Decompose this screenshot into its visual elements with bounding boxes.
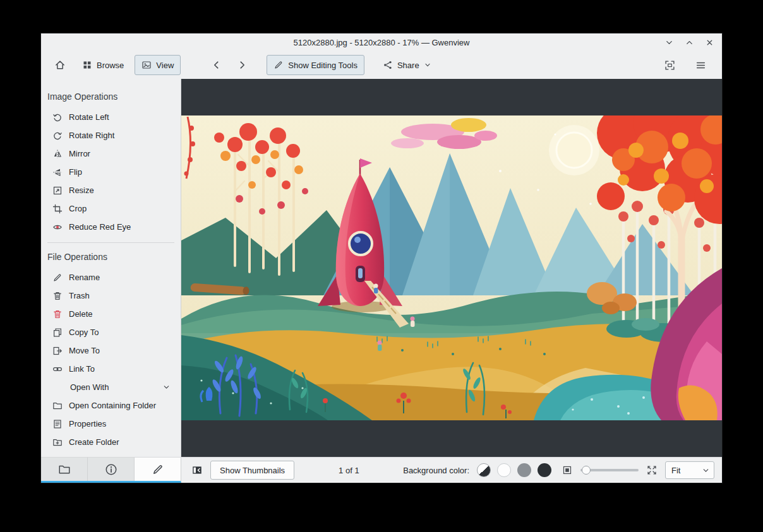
crop-label: Crop bbox=[69, 204, 87, 213]
create-folder-item[interactable]: Create Folder bbox=[41, 433, 181, 451]
mirror-icon bbox=[52, 149, 63, 159]
flip-icon bbox=[52, 167, 63, 177]
rename-item[interactable]: Rename bbox=[41, 268, 181, 287]
show-thumbnails-label: Show Thumbnails bbox=[220, 466, 285, 475]
crop-icon bbox=[52, 204, 63, 214]
background-swatch-gray[interactable] bbox=[517, 463, 531, 477]
main-content: Image Operations Rotate Left Rotate Righ… bbox=[41, 79, 722, 457]
sidebar-tab-bar bbox=[41, 458, 181, 483]
window-title: 5120x2880.jpg - 5120x2880 - 17% — Gwenvi… bbox=[41, 38, 722, 47]
rotate-left-label: Rotate Left bbox=[69, 112, 109, 122]
sidebar-divider bbox=[47, 242, 174, 243]
go-next-button[interactable] bbox=[231, 55, 253, 75]
background-color-label: Background color: bbox=[403, 466, 469, 475]
create-folder-icon bbox=[52, 437, 63, 447]
close-button[interactable] bbox=[704, 37, 714, 47]
statusbar: Show Thumbnails 1 of 1 Background color: bbox=[181, 458, 722, 483]
background-swatch-dark[interactable] bbox=[538, 463, 551, 477]
fit-window-button[interactable] bbox=[659, 55, 681, 75]
rename-icon bbox=[52, 273, 63, 283]
reduce-red-eye-item[interactable]: Reduce Red Eye bbox=[41, 218, 181, 236]
rotate-right-icon bbox=[52, 131, 63, 141]
hamburger-menu-button[interactable] bbox=[690, 55, 712, 75]
crop-item[interactable]: Crop bbox=[41, 199, 181, 218]
folder-icon bbox=[58, 463, 71, 476]
rotate-left-item[interactable]: Rotate Left bbox=[41, 108, 181, 126]
background-swatch-auto[interactable] bbox=[477, 463, 491, 477]
trash-icon bbox=[52, 291, 63, 301]
toggle-sidebar-button[interactable] bbox=[189, 462, 205, 478]
trash-item[interactable]: Trash bbox=[41, 287, 181, 305]
link-to-icon bbox=[52, 364, 63, 374]
home-icon bbox=[54, 59, 66, 71]
reduce-red-eye-label: Reduce Red Eye bbox=[69, 222, 131, 232]
view-label: View bbox=[156, 61, 174, 70]
properties-icon bbox=[52, 419, 63, 429]
zoom-mode-dropdown[interactable]: Fit bbox=[665, 461, 714, 479]
fit-window-icon bbox=[664, 60, 675, 71]
rotate-right-item[interactable]: Rotate Right bbox=[41, 126, 181, 145]
mirror-item[interactable]: Mirror bbox=[41, 145, 181, 163]
page-indicator: 1 of 1 bbox=[339, 466, 359, 475]
rotate-right-label: Rotate Right bbox=[69, 131, 114, 140]
rename-label: Rename bbox=[69, 273, 100, 282]
zoom-slider[interactable] bbox=[580, 464, 639, 476]
zoom-fit-icon bbox=[562, 465, 572, 475]
hamburger-icon bbox=[695, 60, 706, 71]
go-previous-button[interactable] bbox=[206, 55, 227, 75]
show-editing-tools-label: Show Editing Tools bbox=[288, 61, 357, 70]
rotate-left-icon bbox=[52, 112, 63, 122]
file-operations-title: File Operations bbox=[41, 245, 181, 268]
window-controls bbox=[664, 37, 722, 47]
flip-item[interactable]: Flip bbox=[41, 163, 181, 181]
share-button[interactable]: Share bbox=[376, 55, 438, 75]
create-folder-label: Create Folder bbox=[69, 437, 119, 447]
delete-icon bbox=[52, 309, 63, 319]
trash-label: Trash bbox=[69, 291, 90, 300]
copy-to-item[interactable]: Copy To bbox=[41, 323, 181, 341]
resize-icon bbox=[52, 186, 63, 196]
chevron-down-icon bbox=[702, 466, 710, 475]
info-icon bbox=[105, 463, 117, 476]
gwenview-window: 5120x2880.jpg - 5120x2880 - 17% — Gwenvi… bbox=[41, 33, 722, 483]
share-icon bbox=[383, 60, 393, 70]
resize-label: Resize bbox=[69, 186, 94, 195]
zoom-slider-handle[interactable] bbox=[582, 466, 591, 475]
move-to-item[interactable]: Move To bbox=[41, 341, 181, 360]
copy-to-label: Copy To bbox=[69, 328, 99, 337]
landscape-illustration bbox=[181, 115, 722, 420]
link-to-item[interactable]: Link To bbox=[41, 360, 181, 378]
sidebar-tab-operations[interactable] bbox=[135, 458, 181, 481]
grid-icon bbox=[82, 60, 92, 70]
chevron-down-icon bbox=[424, 61, 431, 69]
operations-sidebar: Image Operations Rotate Left Rotate Righ… bbox=[41, 79, 181, 457]
sidebar-tab-folder[interactable] bbox=[41, 458, 88, 481]
show-thumbnails-button[interactable]: Show Thumbnails bbox=[210, 461, 294, 480]
titlebar[interactable]: 5120x2880.jpg - 5120x2880 - 17% — Gwenvi… bbox=[41, 33, 722, 51]
show-editing-tools-button[interactable]: Show Editing Tools bbox=[267, 55, 364, 75]
image-view[interactable] bbox=[181, 79, 722, 457]
properties-item[interactable]: Properties bbox=[41, 415, 181, 433]
folder-open-icon bbox=[52, 401, 63, 411]
zoom-to-fit-button[interactable] bbox=[560, 463, 574, 477]
pencil-icon bbox=[152, 463, 164, 476]
zoom-actual-size-button[interactable] bbox=[645, 463, 659, 477]
maximize-button[interactable] bbox=[684, 37, 694, 47]
minimize-button[interactable] bbox=[664, 37, 674, 47]
delete-item[interactable]: Delete bbox=[41, 305, 181, 323]
sidebar-toggle-icon bbox=[191, 464, 203, 476]
flip-label: Flip bbox=[69, 167, 82, 177]
open-with-item[interactable]: Open With bbox=[41, 378, 181, 396]
chevron-down-icon bbox=[665, 38, 673, 47]
sidebar-tab-information[interactable] bbox=[88, 458, 135, 481]
view-button[interactable]: View bbox=[135, 55, 181, 75]
properties-label: Properties bbox=[69, 419, 106, 429]
background-swatch-white[interactable] bbox=[497, 463, 511, 477]
delete-label: Delete bbox=[69, 309, 93, 319]
resize-item[interactable]: Resize bbox=[41, 181, 181, 199]
link-to-label: Link To bbox=[69, 364, 95, 374]
open-containing-folder-item[interactable]: Open Containing Folder bbox=[41, 396, 181, 415]
browse-button[interactable]: Browse bbox=[75, 55, 131, 75]
home-button[interactable] bbox=[49, 55, 71, 75]
chevron-left-icon bbox=[212, 60, 222, 70]
